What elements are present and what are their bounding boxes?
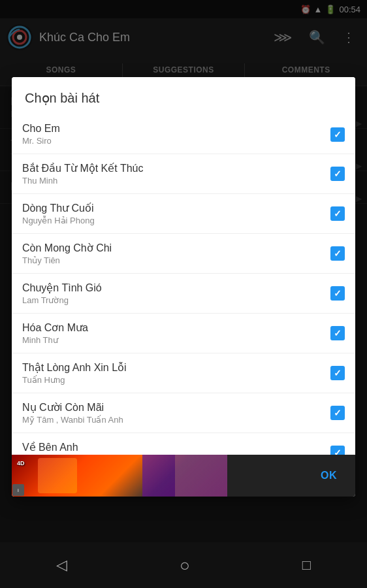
ad-image: 4D i [12,455,227,497]
dialog-row-1[interactable]: Bắt Đầu Từ Một Kết Thúc Thu Minh [12,154,355,194]
dialog-row-title-8: Về Bên Anh [22,441,330,453]
dialog-row-title-6: Thật Lòng Anh Xin Lỗi [22,361,330,374]
dialog-row-title-4: Chuyện Tình Gió [22,282,330,294]
checkbox-4[interactable] [330,286,345,301]
song-selection-dialog: Chọn bài hát Cho Em Mr. Siro Bắt Đầu Từ … [12,77,355,497]
dialog-row-2[interactable]: Dòng Thư Cuối Nguyễn Hải Phong [12,194,355,234]
dialog-title: Chọn bài hát [12,77,355,115]
checkbox-1[interactable] [330,167,345,181]
checkbox-5[interactable] [330,326,345,340]
home-nav-icon[interactable]: ○ [180,555,190,576]
dialog-row-artist-0: Mr. Siro [22,136,330,146]
dialog-row-text-2: Dòng Thư Cuối Nguyễn Hải Phong [22,202,330,225]
nav-bar: ◁ ○ □ [0,542,367,588]
dialog-row-6[interactable]: Thật Lòng Anh Xin Lỗi Tuấn Hưng [12,353,355,393]
dialog-row-title-5: Hóa Cơn Mưa [22,321,330,334]
dialog-row-artist-3: Thủy Tiên [22,255,330,265]
dialog-row-artist-6: Tuấn Hưng [22,375,330,385]
dialog-row-0[interactable]: Cho Em Mr. Siro [12,115,355,154]
dialog-row-text-4: Chuyện Tình Gió Lam Trường [22,282,330,305]
dialog-row-title-1: Bắt Đầu Từ Một Kết Thúc [22,162,330,174]
ok-button[interactable]: OK [313,465,345,487]
dialog-row-text-0: Cho Em Mr. Siro [22,123,330,146]
dialog-row-5[interactable]: Hóa Cơn Mưa Minh Thư [12,314,355,353]
dialog-row-artist-5: Minh Thư [22,335,330,345]
dialog-row-artist-7: Mỹ Tâm , Wanbi Tuấn Anh [22,415,330,425]
dialog-row-8[interactable]: Về Bên Anh Wanbi Tuấn Anh , Mỹ Tâm [12,433,355,455]
ad-tag: i [12,484,24,496]
recents-nav-icon[interactable]: □ [302,557,311,574]
dialog-row-artist-1: Thu Minh [22,176,330,186]
dialog-row-title-0: Cho Em [22,123,330,135]
dialog-row-title-7: Nụ Cười Còn Mãi [22,401,330,414]
dialog-row-3[interactable]: Còn Mong Chờ Chi Thủy Tiên [12,234,355,274]
checkbox-6[interactable] [330,366,345,380]
checkbox-8[interactable] [330,446,345,455]
dialog-row-artist-4: Lam Trường [22,295,330,305]
dialog-row-text-3: Còn Mong Chờ Chi Thủy Tiên [22,242,330,265]
dialog-row-title-2: Dòng Thư Cuối [22,202,330,214]
dialog-song-list: Cho Em Mr. Siro Bắt Đầu Từ Một Kết Thúc … [12,115,355,455]
dialog-row-text-5: Hóa Cơn Mưa Minh Thư [22,321,330,345]
checkbox-7[interactable] [330,406,345,420]
dialog-row-text-7: Nụ Cười Còn Mãi Mỹ Tâm , Wanbi Tuấn Anh [22,401,330,425]
dialog-row-artist-2: Nguyễn Hải Phong [22,216,330,225]
ad-banner: 4D i OK [12,455,355,497]
dialog-row-7[interactable]: Nụ Cười Còn Mãi Mỹ Tâm , Wanbi Tuấn Anh [12,393,355,433]
checkbox-2[interactable] [330,206,345,221]
dialog-row-text-8: Về Bên Anh Wanbi Tuấn Anh , Mỹ Tâm [22,441,330,455]
back-nav-icon[interactable]: ◁ [56,557,67,574]
dialog-row-title-3: Còn Mong Chờ Chi [22,242,330,254]
checkbox-3[interactable] [330,246,345,261]
dialog-row-4[interactable]: Chuyện Tình Gió Lam Trường [12,274,355,314]
checkbox-0[interactable] [330,127,345,142]
dialog-row-text-1: Bắt Đầu Từ Một Kết Thúc Thu Minh [22,162,330,186]
dialog-row-text-6: Thật Lòng Anh Xin Lỗi Tuấn Hưng [22,361,330,385]
